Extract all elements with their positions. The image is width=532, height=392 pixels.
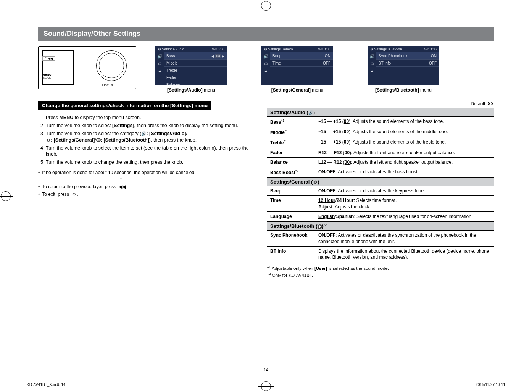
row-balance: Balance L12 — R12 (00): Adjusts the left… bbox=[267, 157, 494, 167]
bluetooth-icon: ✱ bbox=[156, 68, 164, 75]
speaker-icon: 🔊 bbox=[308, 110, 313, 115]
row-middle: Middle*1 −15 — +15 (00): Adjusts the sou… bbox=[267, 127, 494, 137]
gear-icon: ⚙ bbox=[368, 60, 376, 68]
bluetooth-icon: ✱ bbox=[96, 138, 101, 142]
row-sync-phonebook: Sync Phonebook ON/OFF: Activates or deac… bbox=[267, 231, 494, 246]
page-title: Sound/Display/Other Settings bbox=[38, 27, 494, 41]
change-settings-heading: Change the general settings/check inform… bbox=[38, 101, 211, 110]
note-2: To return to the previous layer, press ˅… bbox=[38, 177, 252, 190]
speaker-icon: 🔊 bbox=[156, 52, 164, 60]
crop-mark-bottom bbox=[261, 381, 271, 391]
footnote-1: *1 Adjustable only when [User] is select… bbox=[267, 265, 494, 271]
left-column: Change the general settings/check inform… bbox=[38, 101, 252, 278]
bluetooth-icon: ✱ bbox=[318, 224, 322, 229]
list-return-label: LIST ⟲ bbox=[102, 84, 113, 87]
speaker-icon: 🔊 bbox=[262, 52, 270, 60]
row-treble: Treble*1 −15 — +15 (00): Adjusts the sou… bbox=[267, 137, 494, 148]
step-5: Turn the volume knob to change the setti… bbox=[46, 159, 252, 166]
section-head-bluetooth: Settings/Bluetooth (✱)*2 bbox=[267, 221, 494, 230]
caption-settings-general: [Settings/General] menu bbox=[261, 87, 333, 93]
page-number: 14 bbox=[0, 368, 532, 372]
row-time: Time 12 Hour/24 Hour: Selects time forma… bbox=[267, 196, 494, 211]
caption-settings-audio: [Settings/Audio] menu bbox=[155, 87, 227, 93]
steps-list: Press MENU to display the top menu scree… bbox=[38, 115, 252, 166]
default-label: Default: XX bbox=[267, 101, 494, 106]
screenshot-settings-general: ⚙ Settings/General AM 10:36 🔊⚙✱ BeepON T… bbox=[261, 46, 333, 93]
footnote-2: *2 Only for KD-AV41BT. bbox=[267, 271, 494, 278]
volume-dial-drawing bbox=[96, 50, 127, 81]
speaker-icon: 🔊 bbox=[368, 52, 376, 60]
gear-icon: ⚙ bbox=[156, 60, 164, 68]
page-content: Sound/Display/Other Settings ˅ I◀◀ MENU … bbox=[0, 0, 532, 294]
footnotes: *1 Adjustable only when [User] is select… bbox=[267, 265, 494, 278]
step-3: Turn the volume knob to select the categ… bbox=[46, 131, 252, 144]
right-column: Default: XX Settings/Audio (🔊) Bass*1 −1… bbox=[267, 101, 494, 278]
screenshot-settings-audio: ⚙ Settings/Audio AM 10:36 🔊⚙✱ Bass◀ 03 ▶… bbox=[155, 46, 227, 93]
footer-right: 2015/11/27 13:11 bbox=[476, 382, 505, 387]
step-2: Turn the volume knob to select [Settings… bbox=[46, 123, 252, 129]
gear-icon: ⚙ bbox=[313, 180, 318, 185]
footer-left: KD-AV41BT_K.indb 14 bbox=[27, 382, 66, 387]
step-1: Press MENU to display the top menu scree… bbox=[46, 115, 252, 121]
top-figure-row: ˅ I◀◀ MENU CLOCK LIST ⟲ ⚙ Settings/Audio… bbox=[38, 46, 494, 93]
caption-settings-bluetooth: [Settings/Bluetooth] menu bbox=[368, 87, 439, 93]
body-columns: Change the general settings/check inform… bbox=[38, 101, 494, 278]
section-head-general: Settings/General (⚙) bbox=[267, 177, 494, 186]
row-language: Language English/Spanish: Selects the te… bbox=[267, 211, 494, 221]
row-bt-info: BT Info Displays the information about t… bbox=[267, 246, 494, 262]
settings-audio-table: Bass*1 −15 — +15 (00): Adjusts the sound… bbox=[267, 116, 494, 177]
bluetooth-icon: ✱ bbox=[368, 68, 376, 75]
row-fader: Fader R12 — F12 (00): Adjusts the front … bbox=[267, 148, 494, 157]
menu-button-label: MENU CLOCK bbox=[42, 73, 52, 79]
gear-icon: ⚙ bbox=[46, 138, 51, 143]
row-bass: Bass*1 −15 — +15 (00): Adjusts the sound… bbox=[267, 117, 494, 127]
note-3: To exit, press ⟲. bbox=[38, 191, 252, 198]
down-prev-icon: ˅ I◀◀ bbox=[118, 177, 124, 190]
section-head-audio: Settings/Audio (🔊) bbox=[267, 108, 494, 116]
notes-list: If no operation is done for about 10 sec… bbox=[38, 169, 252, 197]
bluetooth-icon: ✱ bbox=[262, 68, 270, 75]
note-1: If no operation is done for about 10 sec… bbox=[38, 169, 252, 176]
row-beep: Beep ON/OFF: Activates or deactivates th… bbox=[267, 186, 494, 196]
gear-icon: ⚙ bbox=[262, 60, 270, 68]
step-4: Turn the volume knob to select the item … bbox=[46, 145, 252, 158]
row-bassboost: Bass Boost*2 ON/OFF: Activates or deacti… bbox=[267, 167, 494, 177]
screenshot-settings-bluetooth: ⚙ Settings/Bluetooth AM 10:36 🔊⚙✱ Sync P… bbox=[368, 46, 439, 93]
speaker-icon: 🔊 bbox=[141, 131, 146, 136]
settings-bluetooth-table: Sync Phonebook ON/OFF: Activates or deac… bbox=[267, 230, 494, 262]
head-unit-drawing: ˅ I◀◀ MENU CLOCK LIST ⟲ bbox=[38, 46, 136, 89]
settings-general-table: Beep ON/OFF: Activates or deactivates th… bbox=[267, 186, 494, 221]
prev-button-label: ˅ I◀◀ bbox=[42, 56, 55, 61]
return-icon: ⟲ bbox=[70, 191, 77, 198]
